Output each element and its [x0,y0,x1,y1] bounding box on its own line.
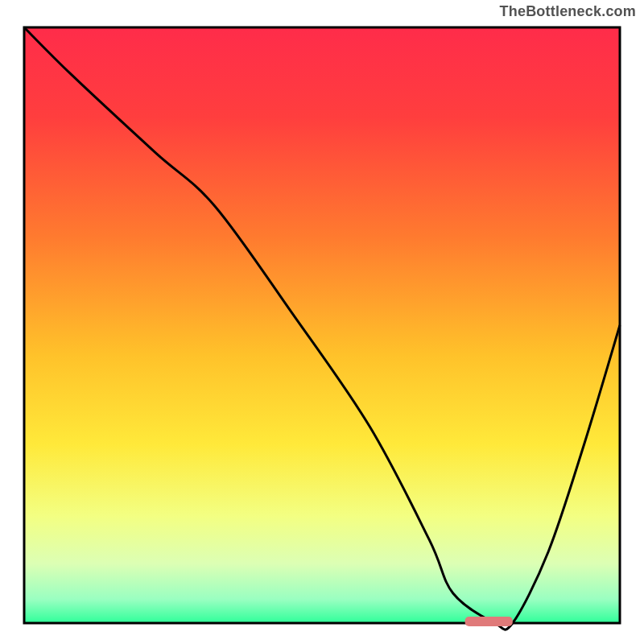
bottleneck-chart [16,19,628,631]
watermark-text: TheBottleneck.com [500,3,636,20]
chart-svg [16,19,628,631]
gradient-background [24,27,620,623]
optimal-marker [465,617,513,626]
